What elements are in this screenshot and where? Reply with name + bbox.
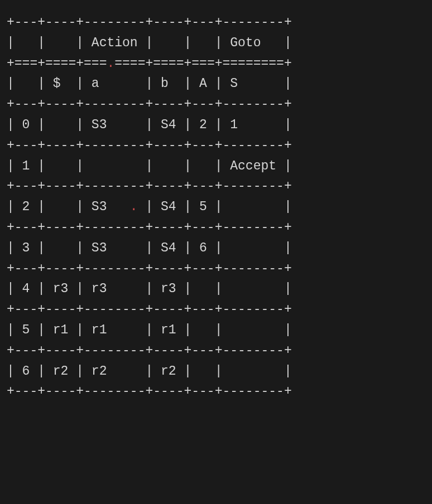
parsing-table: +---+----+--------+----+---+--------+ | …: [0, 0, 432, 414]
